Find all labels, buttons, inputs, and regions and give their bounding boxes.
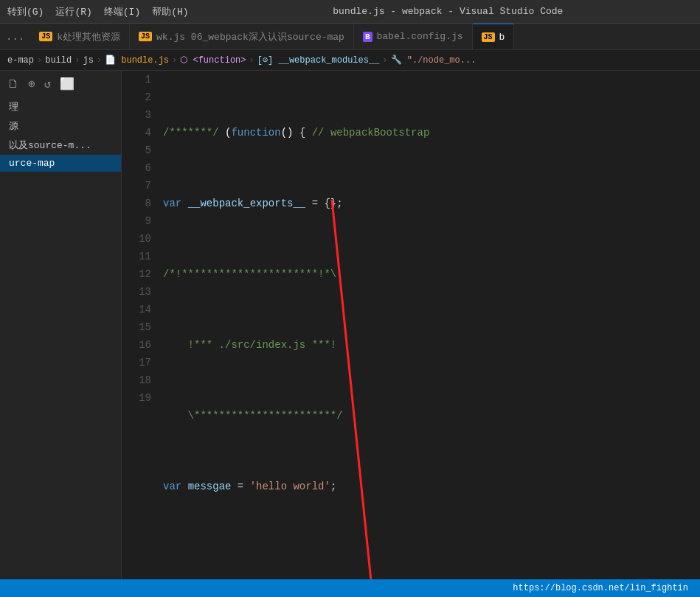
line-num-11: 11 — [128, 248, 151, 265]
sidebar: 🗋 ⊕ ↺ ⬜ 理 源 以及source-m... urce-map — [0, 71, 122, 579]
js-icon: JS — [482, 32, 495, 42]
breadcrumb: e-map › build › js › 📄 bundle.js › ⬡ <fu… — [0, 50, 700, 71]
line-num-3: 3 — [128, 106, 151, 124]
status-bar: https://blog.csdn.net/lin_fightin — [0, 579, 700, 597]
sidebar-toolbar: 🗋 ⊕ ↺ ⬜ — [0, 71, 121, 97]
sidebar-item-yuan[interactable]: 源 — [0, 116, 121, 136]
code-line-5: \***********************/ — [163, 407, 694, 425]
tab-wk[interactable]: JS wk.js 06_webpack深入认识source-map — [130, 24, 354, 49]
b-icon: B — [363, 32, 372, 42]
line-num-4: 4 — [128, 124, 151, 142]
sidebar-item-source2[interactable]: urce-map — [0, 155, 121, 172]
code-line-7 — [163, 548, 694, 566]
tab-k[interactable]: JS k处理其他资源 — [30, 24, 130, 49]
sidebar-item-source1[interactable]: 以及source-m... — [0, 136, 121, 155]
editor[interactable]: 1 2 3 4 5 6 7 8 9 10 11 12 13 14 15 16 1… — [122, 71, 700, 579]
sidebar-collapse-icon[interactable]: ⬜ — [58, 75, 76, 93]
line-num-7: 7 — [128, 177, 151, 195]
code-line-2: var __webpack_exports__ = {}; — [163, 195, 694, 212]
line-num-15: 15 — [128, 318, 151, 336]
tab-bar: ... JS k处理其他资源 JS wk.js 06_webpack深入认识so… — [0, 24, 700, 50]
line-num-12: 12 — [128, 265, 151, 283]
tab-bundle[interactable]: JS b — [473, 24, 515, 49]
line-num-9: 9 — [128, 212, 151, 230]
menu-bar: 转到(G) 运行(R) 终端(I) 帮助(H) — [7, 5, 189, 18]
line-num-17: 17 — [128, 354, 151, 371]
line-num-2: 2 — [128, 88, 151, 106]
line-num-13: 13 — [128, 283, 151, 301]
line-num-14: 14 — [128, 301, 151, 318]
code-line-1: /*******/ ( function () { // webpackBoot… — [163, 124, 694, 142]
code-line-4: !*** ./src/index.js ***! — [163, 336, 694, 354]
tab-babel[interactable]: B babel.config.js — [354, 24, 473, 49]
line-num-18: 18 — [128, 371, 151, 389]
menu-goto[interactable]: 转到(G) — [7, 5, 44, 18]
code-area: 1 2 3 4 5 6 7 8 9 10 11 12 13 14 15 16 1… — [122, 71, 700, 579]
sidebar-new-file-icon[interactable]: 🗋 — [6, 76, 21, 93]
menu-terminal[interactable]: 终端(I) — [104, 5, 140, 18]
js-icon: JS — [39, 32, 52, 41]
main-layout: 🗋 ⊕ ↺ ⬜ 理 源 以及source-m... urce-map 1 2 3… — [0, 71, 700, 579]
line-num-6: 6 — [128, 159, 151, 177]
code-line-3: /*!**********************!*\ — [163, 265, 694, 283]
status-url: https://blog.csdn.net/lin_fightin — [508, 583, 693, 593]
sidebar-item-li[interactable]: 理 — [0, 97, 121, 116]
code-line-6: var messgae = 'hello world' ; — [163, 478, 694, 495]
window-title: bundle.js - webpack - Visual Studio Code — [204, 6, 693, 17]
line-num-19: 19 — [128, 389, 151, 407]
menu-run[interactable]: 运行(R) — [55, 5, 91, 18]
menu-help[interactable]: 帮助(H) — [152, 5, 188, 18]
tab-overflow-button[interactable]: ... — [0, 24, 30, 49]
sidebar-refresh-icon[interactable]: ↺ — [43, 75, 53, 93]
line-num-5: 5 — [128, 142, 151, 159]
title-bar: 转到(G) 运行(R) 终端(I) 帮助(H) bundle.js - webp… — [0, 0, 700, 24]
line-num-10: 10 — [128, 230, 151, 248]
line-numbers: 1 2 3 4 5 6 7 8 9 10 11 12 13 14 15 16 1… — [122, 71, 157, 579]
line-num-8: 8 — [128, 195, 151, 212]
line-num-1: 1 — [128, 71, 151, 88]
sidebar-new-folder-icon[interactable]: ⊕ — [27, 75, 37, 93]
js-icon: JS — [139, 32, 152, 41]
code-content: /*******/ ( function () { // webpackBoot… — [157, 71, 700, 579]
line-num-16: 16 — [128, 336, 151, 354]
